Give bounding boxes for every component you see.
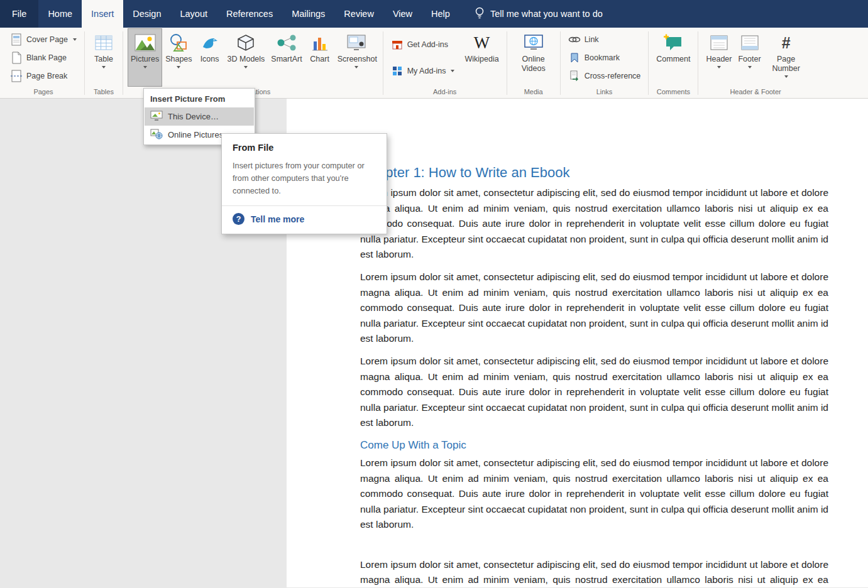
this-device-menu-item[interactable]: This Device… [145,107,254,126]
tab-layout[interactable]: Layout [170,0,217,28]
page-number-icon: # [782,31,791,55]
chart-button[interactable]: Chart [305,28,334,87]
tab-help[interactable]: Help [422,0,459,28]
tooltip-body: Insert pictures from your computer or fr… [233,160,376,197]
links-group-label: Links [565,87,644,98]
dropdown-header: Insert Picture From [145,89,254,107]
blank-page-button[interactable]: Blank Page [7,48,70,67]
online-videos-button[interactable]: Online Videos [512,28,556,87]
table-button[interactable]: Table [89,28,118,87]
chevron-down-icon [451,70,454,72]
header-footer-group-label: Header & Footer [703,87,808,98]
header-icon [710,31,728,55]
tab-review[interactable]: Review [334,0,383,28]
chart-label: Chart [310,55,329,64]
cover-page-button[interactable]: Cover Page [7,30,80,48]
add-ins-grid-icon [391,65,404,77]
chevron-down-icon [244,66,248,68]
chevron-down-icon [177,66,180,68]
icons-button[interactable]: Icons [195,28,224,87]
3d-models-button[interactable]: 3D Models [224,28,268,87]
footer-icon [740,31,759,55]
comment-button[interactable]: Comment [653,28,693,87]
pictures-icon [135,31,156,55]
add-ins-group-label: Add-ins [388,87,502,98]
document-heading-1[interactable]: Chapter 1: How to Write an Ebook [360,163,828,182]
blank-page-icon [10,52,23,64]
lightbulb-icon [475,6,485,21]
group-separator [648,31,649,95]
group-separator [383,31,383,95]
screenshot-icon [346,31,366,55]
smartart-icon [276,31,297,55]
icons-label: Icons [201,55,219,64]
tell-me-label: Tell me what you want to do [490,9,603,19]
tab-references[interactable]: References [217,0,282,28]
tab-view[interactable]: View [383,0,422,28]
table-icon [94,31,113,55]
footer-button[interactable]: Footer [735,28,764,87]
body-paragraph[interactable]: Lorem ipsum dolor sit amet, consectetur … [360,270,828,347]
ribbon-group-pages: Cover Page Blank Page Page Break Pages [4,28,83,98]
shapes-button[interactable]: Shapes [162,28,195,87]
chevron-down-icon [143,66,147,68]
body-paragraph[interactable]: Lorem ipsum dolor sit amet, consectetur … [360,557,828,587]
header-button[interactable]: Header [703,28,735,87]
group-separator [123,31,123,95]
from-file-tooltip: From File Insert pictures from your comp… [221,133,387,234]
page-break-icon [10,70,23,82]
ribbon-group-header-footer: Header Footer # Page Number Header & Foo… [700,28,811,98]
chevron-down-icon [102,66,106,68]
ribbon-group-add-ins: Get Add-ins My Add-ins W Wikipedia Add-i… [385,28,505,98]
pages-group-label: Pages [7,87,80,98]
body-paragraph[interactable]: Lorem ipsum dolor sit amet, consectetur … [360,455,828,533]
chevron-down-icon [748,66,752,68]
icons-icon [201,31,219,55]
document-heading-2[interactable]: Come Up With a Topic [360,438,828,453]
smartart-button[interactable]: SmartArt [268,28,305,87]
page-number-button[interactable]: # Page Number [764,28,808,87]
page-break-button[interactable]: Page Break [7,67,70,85]
link-button[interactable]: Link [565,30,602,48]
my-add-ins-button[interactable]: My Add-ins [388,62,458,80]
online-video-icon [524,31,544,55]
group-separator [698,31,698,95]
tab-design[interactable]: Design [123,0,170,28]
device-picture-icon [150,111,163,123]
header-label: Header [706,55,732,64]
comments-group-label: Comments [653,87,693,98]
cross-reference-label: Cross-reference [585,72,641,80]
shapes-icon [169,31,188,55]
ribbon-group-tables: Table Tables [86,28,121,98]
get-add-ins-button[interactable]: Get Add-ins [388,35,458,53]
table-label: Table [94,55,113,64]
cross-reference-button[interactable]: Cross-reference [565,67,644,85]
tab-file[interactable]: File [0,0,38,28]
screenshot-button[interactable]: Screenshot [334,28,378,87]
tab-insert[interactable]: Insert [82,0,123,28]
body-paragraph[interactable]: Lorem ipsum dolor sit amet, consectetur … [360,185,828,263]
tab-mailings[interactable]: Mailings [282,0,334,28]
get-add-ins-label: Get Add-ins [407,40,448,49]
bookmark-label: Bookmark [585,53,620,62]
screenshot-label: Screenshot [338,55,375,64]
help-icon: ? [233,213,244,225]
tell-me-more-link[interactable]: Tell me more [251,214,304,224]
page-number-label: Page Number [767,55,805,74]
group-separator [560,31,561,95]
wikipedia-button[interactable]: W Wikipedia [461,28,502,87]
wikipedia-label: Wikipedia [464,55,498,64]
tell-me-box[interactable]: Tell me what you want to do [475,0,603,28]
bookmark-button[interactable]: Bookmark [565,48,623,67]
3d-cube-icon [236,31,255,55]
pictures-button[interactable]: Pictures [128,28,162,87]
online-picture-icon [150,129,163,141]
body-paragraph[interactable]: Lorem ipsum dolor sit amet, consectetur … [360,354,828,431]
comment-label: Comment [656,55,690,64]
chevron-down-icon [73,38,77,41]
wikipedia-icon: W [474,31,490,55]
shapes-label: Shapes [165,55,192,64]
tab-home[interactable]: Home [38,0,82,28]
tables-group-label: Tables [89,87,118,98]
link-label: Link [585,35,599,44]
